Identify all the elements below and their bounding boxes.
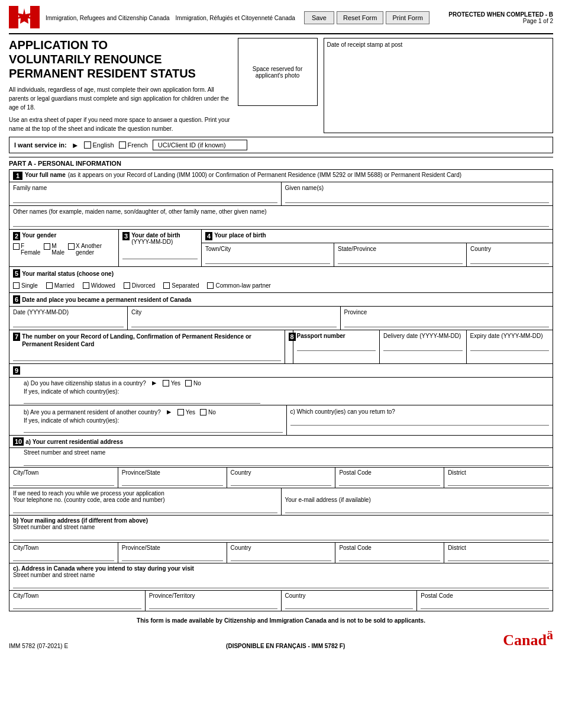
family-name-input[interactable]: [13, 192, 277, 203]
q9b-yes[interactable]: Yes: [177, 409, 195, 415]
canada-wordmark: Canadä: [503, 627, 553, 649]
q9b-sub: If yes, indicate of which country(ies):: [24, 417, 119, 424]
given-names-input[interactable]: [285, 192, 550, 203]
addr-district-input[interactable]: [448, 476, 549, 486]
section-1-subtitle: (as it appears on your Record of Landing…: [68, 172, 461, 178]
french-checkbox[interactable]: French: [119, 141, 148, 149]
org-name-en: Immigration, Refugees and Citizenship Ca…: [46, 14, 170, 22]
email-input[interactable]: [285, 504, 550, 513]
q9a-arrow: ►: [151, 379, 158, 387]
section-10c-street-input[interactable]: [13, 579, 549, 588]
section-5: 5 Your marital status (choose one) Singl…: [9, 267, 553, 293]
section-4-title: Your place of birth: [214, 232, 266, 239]
expiry-date-input[interactable]: [470, 340, 550, 351]
dob-input[interactable]: [122, 249, 198, 259]
svg-rect-1: [30, 6, 40, 28]
phone-input[interactable]: [13, 504, 277, 513]
section-10c-street-label: Street number and street name: [13, 572, 549, 578]
addr-country-label: Country: [231, 469, 332, 476]
perm-province-input[interactable]: [344, 317, 550, 327]
email-label: Your e-mail address (if available): [285, 497, 550, 503]
section-2-num: 2: [13, 232, 20, 240]
q9a-sub: If yes, indicate of which country(ies):: [24, 388, 119, 395]
addr-c-country-label: Country: [285, 592, 414, 599]
addr-b-city-label: City/Town: [13, 545, 114, 551]
q9a-yes[interactable]: Yes: [163, 380, 180, 386]
addr-b-city-input[interactable]: [13, 552, 114, 561]
perm-date-label: Date (YYYY-MM-DD): [13, 309, 124, 315]
section-10b-title: b) Your mailing address (if different fr…: [13, 517, 549, 524]
gender-m-label: MMale: [51, 243, 64, 256]
section-2-title: Your gender: [22, 232, 56, 239]
section-10b-street-input[interactable]: [13, 531, 549, 540]
other-names-input[interactable]: [13, 216, 549, 227]
addr-postal-label: Postal Code: [339, 469, 440, 476]
marital-separated[interactable]: Separated: [163, 282, 199, 289]
perm-province-label: Province: [344, 309, 550, 315]
addr-c-province-input[interactable]: [149, 600, 277, 609]
addr-city-label: City/Town: [13, 469, 114, 476]
gender-x-label: X Anothergender: [76, 243, 102, 256]
form-title: APPLICATION TO VOLUNTARILY RENOUNCE PERM…: [9, 38, 232, 80]
state-province-input[interactable]: [338, 253, 463, 264]
reset-form-button[interactable]: Reset Form: [337, 11, 383, 24]
page-number: Page 1 of 2: [448, 18, 553, 24]
protected-text: PROTECTED WHEN COMPLETED - B: [448, 11, 553, 18]
canada-logo: [9, 6, 40, 30]
town-city-input[interactable]: [205, 253, 330, 264]
family-name-label: Family name: [13, 185, 277, 191]
english-checkbox[interactable]: English: [84, 141, 114, 149]
save-button[interactable]: Save: [304, 11, 334, 24]
perm-city-input[interactable]: [131, 317, 337, 327]
q9b-no[interactable]: No: [200, 409, 216, 415]
section-6-title: Date and place you became a permanent re…: [22, 297, 191, 303]
addr-b-district-input[interactable]: [448, 552, 549, 561]
marital-common-law[interactable]: Common-law partner: [207, 282, 270, 289]
section-7-input[interactable]: [13, 350, 281, 361]
marital-widowed[interactable]: Widowed: [83, 282, 115, 289]
addr-city-input[interactable]: [13, 476, 114, 486]
gender-f-checkbox[interactable]: FFemale: [13, 243, 40, 256]
addr-c-city-input[interactable]: [13, 600, 141, 609]
section-3-title: Your date of birth(YYYY-MM-DD): [131, 232, 180, 245]
addr-c-postal-input[interactable]: [421, 600, 549, 609]
print-form-button[interactable]: Print Form: [386, 11, 429, 24]
q9a-input[interactable]: [24, 395, 260, 404]
contact-title: If we need to reach you while we process…: [13, 490, 277, 497]
english-label: English: [93, 141, 114, 149]
addr-c-city-label: City/Town: [13, 592, 141, 599]
section-7-8: 7 The number on your Record of Landing, …: [9, 330, 553, 364]
section-10a: 10 a) Your current residential address S…: [9, 436, 553, 516]
q9a-no[interactable]: No: [185, 380, 201, 386]
birth-country-label: Country: [470, 246, 549, 252]
section-9-num: 9: [13, 366, 20, 375]
addr-c-country-input[interactable]: [285, 600, 414, 609]
form-footer: This form is made available by Citizensh…: [9, 617, 553, 624]
perm-date-input[interactable]: [13, 317, 124, 327]
gender-m-checkbox[interactable]: MMale: [44, 243, 64, 256]
svg-rect-0: [9, 6, 18, 28]
addr-country-input[interactable]: [231, 476, 332, 486]
birth-country-input[interactable]: [470, 253, 549, 264]
section-5-num: 5: [13, 269, 20, 278]
section-10a-street-input[interactable]: [24, 456, 549, 466]
section-1: 1 Your full name (as it appears on your …: [9, 169, 553, 230]
instructions-2: Use an extra sheet of paper if you need …: [9, 115, 232, 133]
delivery-date-input[interactable]: [383, 340, 463, 351]
q9c-input[interactable]: [290, 417, 550, 426]
marital-married[interactable]: Married: [46, 282, 75, 289]
passport-num-input[interactable]: [297, 340, 376, 351]
gender-x-checkbox[interactable]: X Anothergender: [68, 243, 102, 256]
section-6-num: 6: [13, 295, 20, 304]
addr-province-input[interactable]: [122, 476, 223, 486]
french-label: French: [128, 141, 148, 149]
addr-b-province-input[interactable]: [122, 552, 223, 561]
addr-postal-input[interactable]: [339, 476, 440, 486]
q9b-input[interactable]: [24, 424, 283, 433]
addr-b-postal-input[interactable]: [339, 552, 440, 561]
marital-divorced[interactable]: Divorced: [124, 282, 155, 289]
expiry-date-label: Expiry date (YYYY-MM-DD): [470, 333, 550, 339]
addr-b-country-input[interactable]: [231, 552, 332, 561]
marital-single[interactable]: Single: [13, 282, 38, 289]
section-10a-street-label: Street number and street name: [24, 449, 549, 456]
